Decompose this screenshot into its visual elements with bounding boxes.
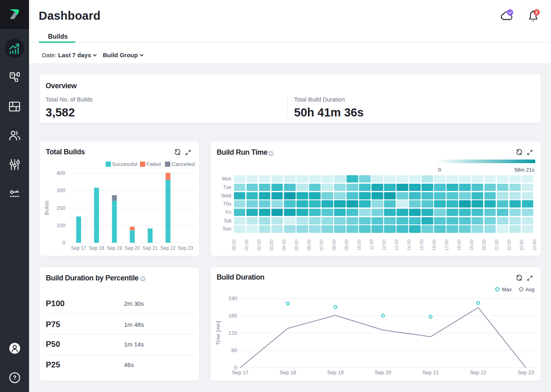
svg-text:400: 400 <box>56 170 65 176</box>
svg-text:Builds: Builds <box>44 200 50 215</box>
svg-text:300: 300 <box>56 187 65 193</box>
svg-text:?: ? <box>13 374 17 381</box>
svg-text:Sep 20: Sep 20 <box>374 369 391 375</box>
svg-text:Sep 19: Sep 19 <box>106 245 122 251</box>
svg-text:Sep 17: Sep 17 <box>232 369 248 375</box>
svg-text:Sep 22: Sep 22 <box>470 369 486 375</box>
svg-text:60: 60 <box>231 347 237 353</box>
svg-text:Sep 21: Sep 21 <box>422 369 438 375</box>
svg-text:2: 2 <box>535 10 538 15</box>
svg-text:Sep 20: Sep 20 <box>124 245 140 251</box>
svg-text:Time [min]: Time [min] <box>215 321 221 345</box>
svg-text:Sep 17: Sep 17 <box>71 245 86 251</box>
svg-text:120: 120 <box>228 330 237 336</box>
svg-text:100: 100 <box>56 222 65 228</box>
svg-text:Sep 18: Sep 18 <box>279 369 296 375</box>
svg-text:Sep 19: Sep 19 <box>327 369 343 375</box>
svg-text:0: 0 <box>62 240 65 246</box>
svg-text:Sep 22: Sep 22 <box>160 245 175 251</box>
svg-text:200: 200 <box>56 205 65 211</box>
svg-text:240: 240 <box>228 295 237 301</box>
svg-text:Sep 23: Sep 23 <box>177 245 193 251</box>
svg-text:Sep 18: Sep 18 <box>89 245 104 251</box>
svg-text:180: 180 <box>228 313 237 319</box>
svg-text:Sep 23: Sep 23 <box>517 369 534 375</box>
svg-text:Sep 21: Sep 21 <box>142 245 158 251</box>
